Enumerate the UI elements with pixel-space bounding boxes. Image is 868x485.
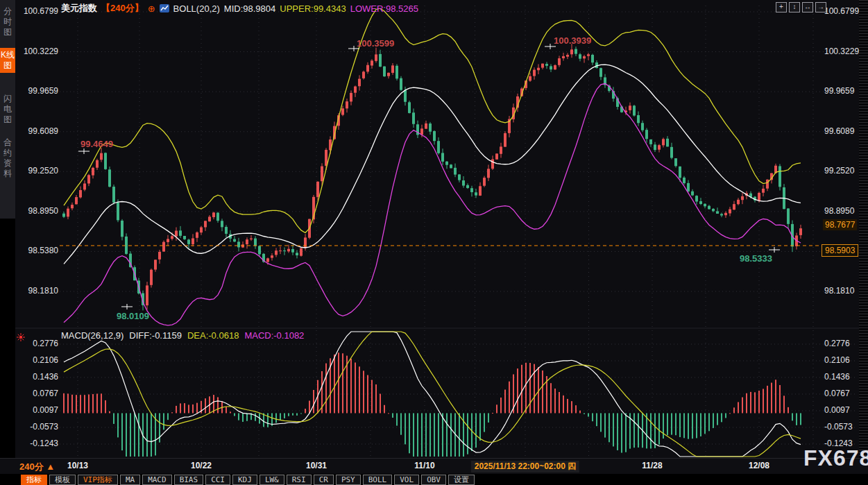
kline-chart-canvas[interactable] (15, 0, 868, 458)
right-scroll-strip[interactable] (859, 0, 868, 458)
timeframe-label: 240分 (19, 461, 44, 472)
pan-tool-icon[interactable]: + (776, 2, 787, 12)
left-sidebar: 分时图K线图闪电图合约资料 (0, 0, 15, 485)
footer-button[interactable]: PSY (336, 475, 361, 485)
boll-upper-value: UPPER:99.4343 (280, 3, 346, 14)
period-label: 【240分】 (101, 2, 144, 15)
macd-params-label: MACD(26,12,9) (61, 330, 124, 341)
time-axis-bar: 240分 ▲ 10/1310/2210/3111/102025/11/13 22… (0, 458, 868, 474)
macd-pane-header: MACD(26,12,9) DIFF:-0.1159 DEA:-0.0618 M… (61, 330, 304, 341)
footer-button[interactable]: VIP指标 (78, 475, 118, 485)
boll-lower-value: LOWER:98.5265 (350, 3, 418, 14)
sidebar-item-tab[interactable]: 合约资料 (0, 135, 15, 181)
chart-type-icon[interactable] (160, 4, 169, 12)
add-indicator-icon[interactable]: ⊕ (148, 3, 155, 14)
footer-button[interactable]: RSI (287, 475, 312, 485)
macd-diff-value: DIFF:-0.1159 (129, 330, 182, 341)
date-tick-label: 12/08 (749, 461, 769, 470)
footer-button[interactable]: BIAS (174, 475, 204, 485)
macd-dea-value: DEA:-0.0618 (187, 330, 239, 341)
footer-button[interactable]: KDJ (232, 475, 257, 485)
boll-mid-value: MID:98.9804 (224, 3, 275, 14)
boll-indicator-label: BOLL(20,2) (173, 3, 220, 14)
timeframe-arrow-icon: ▲ (46, 461, 55, 472)
footer-button[interactable]: OBV (421, 475, 446, 485)
date-tick-label: 11/10 (414, 461, 434, 470)
date-tick-label: 10/13 (67, 461, 88, 470)
zoom-vertical-icon[interactable]: ↕ (789, 2, 800, 12)
macd-value: MACD:-0.1082 (244, 330, 304, 341)
zoom-horizontal-icon[interactable]: ↔ (802, 2, 813, 12)
sidebar-item-tab[interactable]: 分时图 (0, 4, 15, 40)
date-tick-label: 10/22 (191, 461, 212, 470)
fx678-watermark: FX678 (803, 445, 868, 471)
footer-button[interactable]: 指标 (21, 475, 47, 485)
indicator-toolbar: 指标模板VIP指标MAMACDBIASCCIKDJLW&RSICRPSYBOLL… (0, 474, 868, 485)
date-tick-label: 10/31 (306, 461, 327, 470)
footer-button[interactable]: CCI (205, 475, 230, 485)
price-pane-header: 美元指数 【240分】 ⊕ BOLL(20,2) MID:98.9804 UPP… (61, 2, 418, 15)
footer-button[interactable]: 设置 (448, 475, 475, 485)
footer-button[interactable]: MACD (142, 475, 172, 485)
footer-button[interactable]: CR (314, 475, 334, 485)
symbol-name: 美元指数 (61, 2, 97, 15)
date-tick-label: 11/28 (642, 461, 662, 470)
timeframe-selector[interactable]: 240分 ▲ (19, 461, 55, 473)
chart-toolbar: +↕↔→ (776, 2, 826, 12)
footer-button[interactable]: 模板 (49, 475, 76, 485)
cursor-datetime-label: 2025/11/13 22:00~02:00 四 (471, 461, 579, 473)
footer-button[interactable]: LW& (259, 475, 284, 485)
macd-pane-icon[interactable] (17, 332, 25, 344)
footer-button[interactable]: MA (120, 475, 140, 485)
footer-button[interactable]: BOLL (363, 475, 393, 485)
sidebar-item-active[interactable]: K线图 (0, 48, 15, 73)
sidebar-item-tab[interactable]: 闪电图 (0, 92, 15, 127)
trading-app-window: 分时图K线图闪电图合约资料 100.6799100.6799100.322910… (0, 0, 868, 485)
footer-button[interactable]: VOL (394, 475, 419, 485)
chart-area[interactable]: 100.6799100.6799100.3229100.322999.96599… (15, 0, 868, 458)
shift-right-icon[interactable]: → (815, 2, 826, 12)
